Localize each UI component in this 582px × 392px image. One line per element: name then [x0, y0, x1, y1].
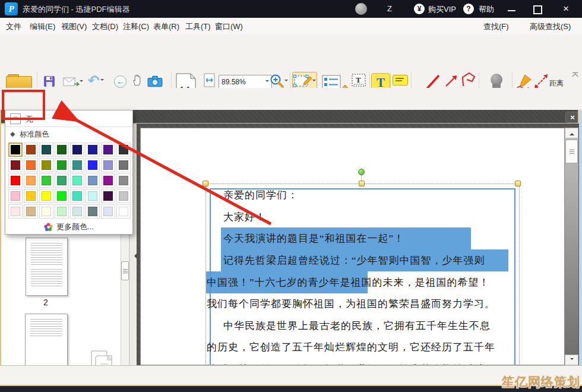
color-swatch[interactable]	[70, 158, 84, 172]
color-swatch[interactable]	[101, 189, 115, 203]
annotation-highlight-rect	[2, 90, 45, 120]
color-swatch[interactable]	[8, 143, 23, 157]
color-swatch[interactable]	[116, 173, 131, 188]
doc-text-line[interactable]: 的历史，它创造了五千年灿烂辉煌的文明，它还经历了五千年	[207, 336, 495, 358]
doc-text-line[interactable]: 亲爱的同学们：	[223, 184, 298, 206]
window-bottom-edge	[0, 386, 582, 392]
color-swatch[interactable]	[8, 189, 23, 203]
color-swatch-fill	[26, 145, 36, 154]
color-swatch[interactable]	[39, 173, 53, 188]
color-swatch[interactable]	[86, 204, 100, 219]
color-swatch[interactable]	[24, 173, 38, 188]
color-swatch[interactable]	[8, 173, 23, 188]
color-swatch[interactable]	[116, 189, 131, 203]
menu-bar: 文件 编辑(E) 视图(V) 文档(D) 注释(C) 表单(R) 工具(T) 窗…	[0, 18, 582, 35]
color-swatch[interactable]	[101, 173, 115, 188]
color-swatch-fill	[72, 191, 82, 201]
color-swatch[interactable]	[101, 204, 115, 219]
user-avatar[interactable]	[355, 3, 367, 15]
resize-handle-top-left[interactable]	[203, 181, 208, 186]
arrow-tool-icon[interactable]	[444, 74, 458, 88]
color-swatch[interactable]	[116, 158, 131, 172]
color-swatch[interactable]	[55, 204, 69, 219]
color-swatch-fill	[42, 176, 51, 185]
menu-document[interactable]: 文档(D)	[92, 21, 118, 32]
collapse-toolbar-icon[interactable]	[572, 72, 579, 78]
color-swatch[interactable]	[24, 189, 38, 203]
pdf-page[interactable]: 亲爱的同学们： 大家好！ 今天我演讲的题目是“和祖国在一起”！ 记得先哲梁启超曾…	[140, 128, 565, 365]
undo-icon[interactable]: ↶	[87, 74, 105, 88]
color-swatch[interactable]	[55, 173, 69, 188]
rotate-handle[interactable]	[358, 169, 365, 175]
menu-file[interactable]: 文件	[6, 21, 21, 32]
email-icon[interactable]	[63, 76, 83, 88]
menu-edit[interactable]: 编辑(E)	[30, 21, 55, 32]
buy-vip-button[interactable]: 购买VIP	[428, 4, 456, 15]
doc-text-line[interactable]: 大家好！	[223, 206, 266, 228]
color-swatch[interactable]	[101, 158, 115, 172]
doc-text-line[interactable]: 绵延不绝的创作！你知不知道，我们的民族为什么能够延续不	[207, 358, 495, 365]
page-thumbnail-3[interactable]	[25, 314, 68, 373]
color-swatch[interactable]	[86, 143, 100, 157]
polyline-tool-icon[interactable]	[461, 72, 476, 88]
more-colors-option[interactable]: 更多颜色...	[5, 220, 132, 234]
doc-text-line[interactable]: 记得先哲梁启超曾经说过：“少年智则中国智，少年强则	[223, 249, 485, 271]
color-swatch-fill	[88, 145, 97, 154]
note-icon[interactable]	[393, 75, 408, 86]
help-button[interactable]: 帮助	[479, 4, 494, 15]
color-swatch[interactable]	[8, 158, 23, 172]
snapshot-icon[interactable]	[147, 75, 163, 88]
distance-label[interactable]: 距离	[549, 78, 564, 88]
color-swatch[interactable]	[39, 189, 53, 203]
find-menu-item[interactable]: 查找(F)	[483, 21, 509, 32]
menu-view[interactable]: 视图(V)	[61, 21, 87, 32]
textfield-dashed-icon[interactable]: T	[350, 72, 367, 88]
color-swatch[interactable]	[101, 143, 115, 157]
toolbar-zoom-combo[interactable]: 89.58%	[219, 75, 272, 89]
color-swatch[interactable]	[55, 189, 69, 203]
maximize-button[interactable]	[533, 5, 542, 14]
resize-handle-top-center[interactable]	[359, 181, 365, 186]
color-swatch[interactable]	[8, 204, 23, 219]
color-swatch[interactable]	[116, 143, 131, 157]
color-swatch[interactable]	[70, 173, 84, 188]
doc-text-line[interactable]: 我们每个同学都要胸怀祖国，为祖国的繁荣昌盛而努力学习。	[207, 293, 495, 315]
color-swatch[interactable]	[55, 143, 69, 157]
color-swatch[interactable]	[24, 204, 38, 219]
user-initial[interactable]: Z	[387, 4, 392, 13]
document-scrollbar[interactable]	[565, 128, 578, 365]
menu-tools[interactable]: 工具(T)	[185, 21, 211, 32]
save-icon[interactable]	[43, 75, 56, 88]
resize-handle-top-right[interactable]	[515, 181, 521, 186]
menu-window[interactable]: 窗口(W)	[215, 21, 243, 32]
sidebar-scrollbar-thumb[interactable]	[121, 261, 129, 280]
color-swatch[interactable]	[116, 204, 131, 219]
color-swatch[interactable]	[39, 143, 53, 157]
color-swatch[interactable]	[86, 189, 100, 203]
color-swatch[interactable]	[24, 158, 38, 172]
color-swatch[interactable]	[24, 143, 38, 157]
distance-icon[interactable]	[533, 74, 549, 89]
color-swatch[interactable]	[86, 173, 100, 188]
color-swatch[interactable]	[55, 158, 69, 172]
close-button[interactable]: ×	[563, 3, 569, 15]
doc-text-line[interactable]: 今天我演讲的题目是“和祖国在一起”！	[223, 227, 404, 249]
color-swatch[interactable]	[70, 189, 84, 203]
page-thumbnail-2[interactable]	[26, 238, 68, 296]
color-swatch-fill	[57, 207, 67, 216]
doc-text-line[interactable]: 中国强！”十六七岁的青少年是祖国的未来，是祖国的希望！	[207, 271, 490, 293]
doc-text-line[interactable]: 中华民族是世界上最古老的民族，它拥有五千年生生不息	[223, 315, 491, 337]
color-swatch[interactable]	[70, 143, 84, 157]
menu-comment[interactable]: 注释(C)	[123, 21, 149, 32]
advanced-find-menu-item[interactable]: 高级查找(S)	[530, 21, 571, 32]
zoom-magnifier-icon[interactable]	[268, 74, 289, 89]
color-swatch[interactable]	[39, 158, 53, 172]
color-swatch[interactable]	[39, 204, 53, 219]
minimize-button[interactable]	[508, 10, 515, 11]
fit-width-icon[interactable]	[203, 72, 216, 87]
go-back-icon[interactable]: ←	[114, 75, 126, 88]
color-swatch[interactable]	[86, 158, 100, 172]
hand-tool-icon[interactable]	[131, 72, 143, 88]
color-swatch[interactable]	[70, 204, 84, 219]
menu-form[interactable]: 表单(R)	[153, 21, 179, 32]
